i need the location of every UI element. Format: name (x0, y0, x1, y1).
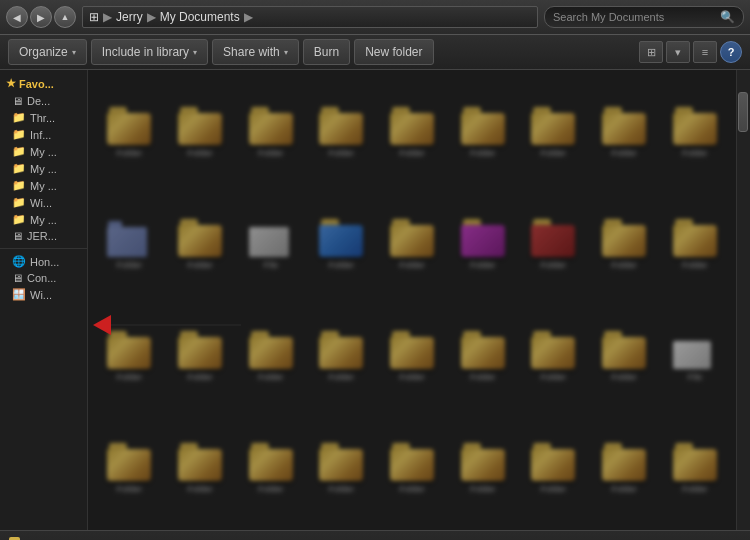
list-item[interactable]: Folder (520, 78, 587, 186)
toolbar: Organize ▾ Include in library ▾ Share wi… (0, 35, 750, 70)
breadcrumb-user[interactable]: Jerry (116, 10, 143, 24)
list-item[interactable]: Folder (308, 78, 375, 186)
list-item[interactable]: Folder (96, 414, 163, 522)
list-item[interactable]: Folder (96, 78, 163, 186)
breadcrumb-root: ⊞ (89, 10, 99, 24)
list-item[interactable]: Folder (167, 78, 234, 186)
list-item[interactable]: Folder (308, 190, 375, 298)
organize-button[interactable]: Organize ▾ (8, 39, 87, 65)
breadcrumb-folder[interactable]: My Documents (160, 10, 240, 24)
list-item[interactable]: Folder (167, 414, 234, 522)
breadcrumb-separator2: ▶ (147, 10, 156, 24)
list-item[interactable]: Folder (237, 302, 304, 410)
include-in-library-button[interactable]: Include in library ▾ (91, 39, 208, 65)
view-controls: ⊞ ▾ ≡ ? (639, 41, 742, 63)
search-placeholder: Search My Documents (553, 11, 664, 23)
list-item[interactable]: Folder (167, 190, 234, 298)
list-item[interactable]: Folder (96, 190, 163, 298)
file-grid: Folder Folder Folder Folder Folder Folde… (88, 70, 736, 530)
folder-icon-1: 📁 (12, 111, 26, 124)
list-item[interactable]: Folder (591, 78, 658, 186)
computer-icon-1: 🖥 (12, 230, 23, 242)
back-button[interactable]: ◀ (6, 6, 28, 28)
list-item[interactable]: Folder (237, 414, 304, 522)
new-folder-button[interactable]: New folder (354, 39, 433, 65)
list-item[interactable]: Folder (237, 78, 304, 186)
sidebar-item-home[interactable]: 🌐 Hon... (0, 253, 87, 270)
sidebar: ★ Favo... 🖥 De... 📁 Thr... 📁 Inf... 📁 My… (0, 70, 88, 530)
computer-icon-2: 🖥 (12, 272, 23, 284)
view-list-icon: ≡ (702, 46, 708, 58)
sidebar-divider (0, 248, 87, 249)
breadcrumb[interactable]: ⊞ ▶ Jerry ▶ My Documents ▶ (82, 6, 538, 28)
star-icon: ★ (6, 77, 16, 90)
folder-icon-7: 📁 (12, 213, 26, 226)
list-item[interactable]: Folder (661, 78, 728, 186)
list-item[interactable]: Folder (449, 78, 516, 186)
help-button[interactable]: ? (720, 41, 742, 63)
list-item[interactable]: Folder (308, 302, 375, 410)
sidebar-item-my1[interactable]: 📁 My ... (0, 143, 87, 160)
list-item[interactable]: Folder (379, 78, 446, 186)
sidebar-item-computer[interactable]: 🖥 Con... (0, 270, 87, 286)
list-item[interactable]: Folder (96, 302, 163, 410)
share-with-button[interactable]: Share with ▾ (212, 39, 299, 65)
list-item[interactable]: Folder (379, 302, 446, 410)
list-item[interactable]: File (237, 190, 304, 298)
scrollbar[interactable] (736, 70, 750, 530)
search-box[interactable]: Search My Documents 🔍 (544, 6, 744, 28)
desktop-icon: 🖥 (12, 95, 23, 107)
sidebar-item-my4[interactable]: 📁 My ... (0, 211, 87, 228)
burn-button[interactable]: Burn (303, 39, 350, 65)
list-item[interactable]: Folder (308, 414, 375, 522)
list-item[interactable]: File (661, 302, 728, 410)
sidebar-item-desktop[interactable]: 🖥 De... (0, 93, 87, 109)
view-list-button[interactable]: ≡ (693, 41, 717, 63)
folder-icon-5: 📁 (12, 179, 26, 192)
main-area: ★ Favo... 🖥 De... 📁 Thr... 📁 Inf... 📁 My… (0, 70, 750, 530)
folder-icon-4: 📁 (12, 162, 26, 175)
list-item[interactable]: Folder (449, 414, 516, 522)
sidebar-item-win[interactable]: 🪟 Wi... (0, 286, 87, 303)
list-item[interactable]: Folder (449, 190, 516, 298)
favorites-header[interactable]: ★ Favo... (0, 74, 87, 93)
list-item[interactable]: Folder (520, 302, 587, 410)
view-dropdown-arrow: ▾ (675, 46, 681, 59)
include-dropdown-arrow: ▾ (193, 48, 197, 57)
view-tiles-button[interactable]: ⊞ (639, 41, 663, 63)
sidebar-item-thr[interactable]: 📁 Thr... (0, 109, 87, 126)
share-dropdown-arrow: ▾ (284, 48, 288, 57)
sidebar-item-my2[interactable]: 📁 My ... (0, 160, 87, 177)
title-bar: ◀ ▶ ▲ ⊞ ▶ Jerry ▶ My Documents ▶ Search … (0, 0, 750, 35)
search-icon: 🔍 (720, 10, 735, 24)
forward-button[interactable]: ▶ (30, 6, 52, 28)
list-item[interactable]: Folder (167, 302, 234, 410)
up-button[interactable]: ▲ (54, 6, 76, 28)
breadcrumb-separator: ▶ (103, 10, 112, 24)
view-tiles-icon: ⊞ (647, 46, 656, 59)
sidebar-item-inf[interactable]: 📁 Inf... (0, 126, 87, 143)
sidebar-item-wi[interactable]: 📁 Wi... (0, 194, 87, 211)
favorites-section: ★ Favo... 🖥 De... 📁 Thr... 📁 Inf... 📁 My… (0, 74, 87, 244)
sidebar-item-jer[interactable]: 🖥 JER... (0, 228, 87, 244)
list-item[interactable]: Folder (661, 414, 728, 522)
scrollbar-thumb[interactable] (738, 92, 748, 132)
organize-dropdown-arrow: ▾ (72, 48, 76, 57)
view-dropdown-button[interactable]: ▾ (666, 41, 690, 63)
folder-icon-6: 📁 (12, 196, 26, 209)
list-item[interactable]: Folder (520, 414, 587, 522)
list-item[interactable]: Folder (379, 414, 446, 522)
status-bar: 326 items (0, 530, 750, 540)
network-icon: 🌐 (12, 255, 26, 268)
list-item[interactable]: Folder (661, 190, 728, 298)
list-item[interactable]: Folder (591, 190, 658, 298)
windows-icon: 🪟 (12, 288, 26, 301)
list-item[interactable]: Folder (591, 302, 658, 410)
sidebar-item-my3[interactable]: 📁 My ... (0, 177, 87, 194)
list-item[interactable]: Folder (449, 302, 516, 410)
folder-grid: Folder Folder Folder Folder Folder Folde… (88, 70, 736, 530)
list-item[interactable]: Folder (379, 190, 446, 298)
list-item[interactable]: Folder (520, 190, 587, 298)
list-item[interactable]: Folder (591, 414, 658, 522)
status-folder-icon (8, 534, 36, 540)
